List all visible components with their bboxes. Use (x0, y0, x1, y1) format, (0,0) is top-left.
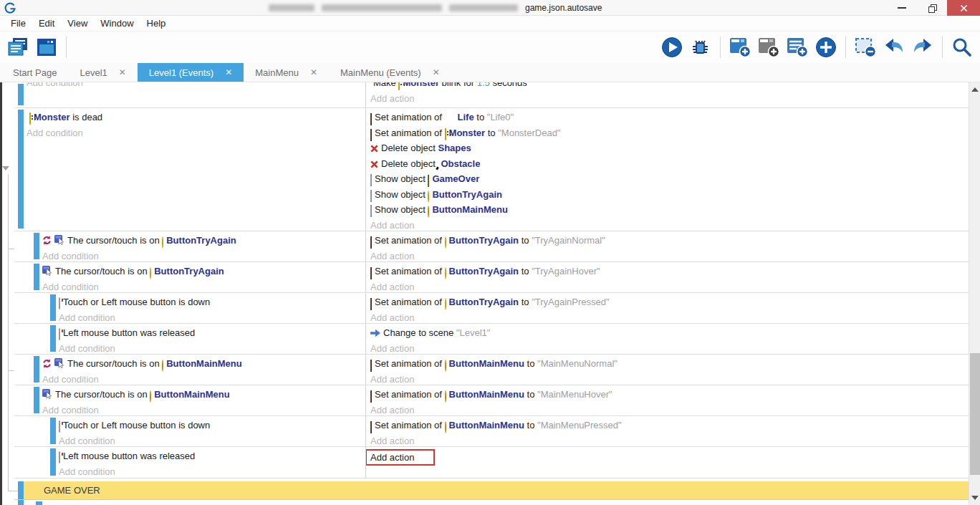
add-action[interactable]: Add action (370, 249, 969, 262)
actions-cell[interactable]: Add action (366, 447, 969, 478)
scene-editor-window-button[interactable] (34, 34, 59, 60)
event-row[interactable]: The cursor/touch is on ButtonMainMenuAdd… (14, 355, 969, 385)
add-condition[interactable]: Add condition (59, 341, 365, 355)
add-condition[interactable]: Add condition (59, 310, 365, 324)
conditions-cell[interactable]: Left mouse button was releasedAdd condit… (14, 324, 366, 354)
event-row[interactable]: Left mouse button was releasedAdd condit… (14, 447, 969, 478)
tab-level1[interactable]: Level1✕ (68, 63, 137, 82)
redo-button[interactable] (911, 34, 935, 60)
condition-line[interactable]: The cursor/touch is on ButtonTryAgain (42, 264, 365, 279)
play-button[interactable] (660, 34, 684, 60)
condition-line[interactable]: Monster is dead (27, 110, 365, 125)
add-action[interactable]: Add action (370, 403, 969, 416)
action-line[interactable]: Set animation of ButtonMainMenu to "Main… (370, 418, 969, 433)
delete-event-button[interactable] (853, 34, 878, 60)
event-row[interactable]: Left mouse button was releasedAdd condit… (14, 324, 969, 355)
event-row[interactable]: Monster is deadAdd conditionSet animatio… (14, 108, 969, 231)
close-button[interactable] (947, 0, 980, 16)
action-line[interactable]: Set animation of ButtonMainMenu to "Main… (370, 387, 969, 403)
event-row[interactable]: The cursor/touch is on ButtonMainMenuAdd… (14, 385, 969, 416)
conditions-cell[interactable]: Left mouse button was releasedAdd condit… (14, 447, 366, 478)
action-line[interactable]: Set animation of ButtonMainMenu to "Main… (370, 356, 969, 372)
add-condition[interactable]: Add condition (42, 372, 365, 385)
add-action[interactable]: Add action (370, 310, 969, 324)
vertical-scrollbar[interactable] (969, 82, 980, 505)
event-row[interactable]: The cursor/touch is on ButtonTryAgainAdd… (14, 231, 969, 262)
restore-button[interactable] (917, 0, 947, 16)
actions-cell[interactable]: Set animation of ButtonMainMenu to "Main… (366, 385, 969, 415)
add-condition[interactable]: Add condition (42, 249, 365, 262)
action-line[interactable]: Show object GameOver (370, 171, 969, 187)
event-row[interactable]: The cursor/touch is on ButtonTryAgainAdd… (14, 262, 969, 293)
actions-cell[interactable]: Set animation of ButtonMainMenu to "Main… (366, 416, 969, 446)
condition-line[interactable]: Touch or Left mouse button is down (59, 294, 365, 310)
menu-help[interactable]: Help (140, 16, 173, 32)
menu-window[interactable]: Window (94, 16, 140, 32)
actions-cell[interactable]: Set animation of ButtonMainMenu to "Main… (366, 355, 969, 385)
tab-close-icon[interactable]: ✕ (433, 67, 440, 77)
comment-body[interactable]: GAME OVER (24, 481, 969, 499)
action-line[interactable]: Make Monster blink for 1.5 seconds (370, 82, 969, 91)
condition-line[interactable]: Left mouse button was released (59, 448, 365, 464)
action-line[interactable]: Show object ButtonMainMenu (370, 202, 969, 218)
action-line[interactable]: Set animation of ButtonTryAgain to "TryA… (370, 264, 969, 279)
event-row[interactable]: Touch or Left mouse button is downAdd co… (14, 416, 969, 447)
action-line[interactable]: Set animation of Life to "Life0" (370, 110, 969, 125)
event-row[interactable]: Touch or Left mouse button is downAdd co… (14, 293, 969, 324)
actions-cell[interactable]: Set animation of ButtonTryAgain to "TryA… (366, 231, 969, 261)
conditions-cell[interactable]: Touch or Left mouse button is downAdd co… (14, 293, 366, 323)
add-condition[interactable]: Add condition (27, 125, 365, 141)
tab-close-icon[interactable]: ✕ (119, 67, 126, 77)
tab-mainmenu[interactable]: MainMenu✕ (244, 63, 329, 82)
add-circle-button[interactable] (814, 34, 838, 60)
add-comment-button[interactable] (785, 34, 810, 60)
conditions-cell[interactable]: Monster is deadAdd condition (14, 108, 366, 231)
add-condition[interactable]: Add condition (42, 403, 365, 416)
add-action[interactable]: Add action (370, 448, 969, 464)
menu-view[interactable]: View (61, 16, 94, 32)
actions-cell[interactable]: Change to scene "Level1"Add action (366, 324, 969, 354)
menu-edit[interactable]: Edit (32, 16, 61, 32)
minimize-button[interactable] (887, 0, 917, 16)
conditions-cell[interactable]: The cursor/touch is on ButtonMainMenuAdd… (14, 385, 366, 415)
add-action[interactable]: Add action (370, 218, 969, 231)
tab-close-icon[interactable]: ✕ (310, 67, 317, 77)
condition-line[interactable]: Touch or Left mouse button is down (59, 418, 365, 433)
scrollbar-thumb[interactable] (970, 353, 980, 475)
add-action[interactable]: Add action (370, 433, 969, 447)
search-button[interactable] (950, 34, 974, 60)
menu-file[interactable]: File (4, 16, 32, 32)
conditions-cell[interactable]: The cursor/touch is on ButtonMainMenuAdd… (14, 355, 366, 385)
tab-close-icon[interactable]: ✕ (225, 67, 232, 77)
action-line[interactable]: Delete object Obstacle (370, 156, 969, 172)
add-event-button[interactable] (728, 34, 752, 60)
action-line[interactable]: Set animation of ButtonTryAgain to "TryA… (370, 233, 969, 249)
add-condition[interactable]: Add condition (42, 279, 365, 293)
add-action[interactable]: Add action (370, 372, 969, 385)
actions-cell[interactable]: Set animation of ButtonTryAgain to "TryA… (366, 262, 969, 292)
scroll-down-icon[interactable] (971, 496, 979, 500)
conditions-cell[interactable]: Add condition (14, 82, 366, 107)
add-condition[interactable]: Add condition (27, 82, 365, 91)
actions-cell[interactable]: Make Monster blink for 1.5 secondsAdd ac… (366, 82, 969, 107)
debug-button[interactable] (688, 34, 713, 60)
tab-start-page[interactable]: Start Page (1, 63, 68, 82)
undo-button[interactable] (882, 34, 906, 60)
add-action[interactable]: Add action (370, 279, 969, 293)
tab-level1-events-[interactable]: Level1 (Events)✕ (138, 63, 244, 82)
action-line[interactable]: Set animation of Monster to "MonsterDead… (370, 125, 969, 141)
condition-line[interactable]: The cursor/touch is on ButtonMainMenu (42, 387, 365, 403)
tab-mainmenu-events-[interactable]: MainMenu (Events)✕ (329, 63, 451, 82)
actions-cell[interactable]: Set animation of Life to "Life0"Set anim… (366, 108, 969, 231)
condition-line[interactable]: Left mouse button was released (59, 325, 365, 341)
action-line[interactable]: Delete object Shapes (370, 140, 969, 156)
add-condition[interactable]: Add condition (59, 433, 365, 447)
add-action[interactable]: Add action (370, 341, 969, 355)
comment-event-row[interactable]: GAME OVER (14, 481, 969, 500)
action-line[interactable]: Set animation of ButtonTryAgain to "TryA… (370, 294, 969, 310)
scroll-up-icon[interactable] (971, 87, 979, 92)
condition-line[interactable]: The cursor/touch is on ButtonTryAgain (42, 233, 365, 249)
condition-line[interactable]: The cursor/touch is on ButtonMainMenu (42, 356, 365, 372)
conditions-cell[interactable]: The cursor/touch is on ButtonTryAgainAdd… (14, 231, 366, 261)
action-line[interactable]: Change to scene "Level1" (370, 325, 969, 341)
